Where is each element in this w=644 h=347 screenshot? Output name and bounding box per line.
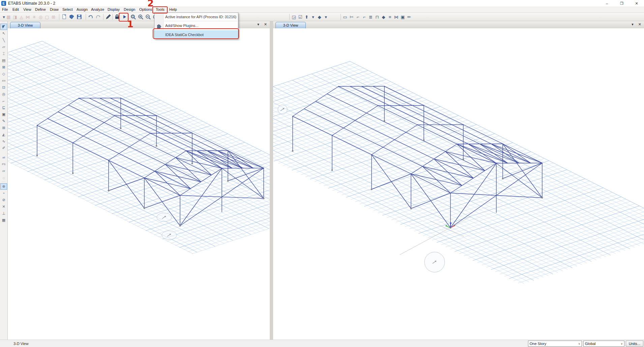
main-toolbar: ▾▦◨◬⋈✳◎▢⊞◲☑⬆▾◆▾▭✄⌐⌐≣⊓◆≡⋈▣✏: [0, 13, 644, 21]
draw-frame-tool[interactable]: ▱: [0, 44, 7, 50]
redo-icon[interactable]: [94, 13, 102, 21]
dropdown-arrow[interactable]: ▾: [310, 14, 316, 20]
units-button[interactable]: Units...: [626, 341, 643, 347]
left-view-panel: 3-D View ▾ ✕: [8, 21, 270, 340]
draw-pencil-tool[interactable]: ✐: [0, 145, 7, 151]
divide-icon[interactable]: ⊞: [50, 14, 57, 20]
edit-story-icon[interactable]: ◨: [12, 14, 18, 20]
draw-wall-tool[interactable]: ⌐: [0, 98, 7, 104]
draw-dimension-tool[interactable]: ◭: [0, 131, 7, 138]
flag-a-icon[interactable]: ⌐: [355, 14, 361, 20]
panel-splitter[interactable]: [270, 21, 273, 340]
menu-help[interactable]: Help: [169, 7, 177, 11]
draw-door-tool[interactable]: ✎: [0, 118, 7, 124]
collapse-panel-icon[interactable]: ▾: [257, 22, 259, 27]
minimize-button[interactable]: –: [599, 0, 614, 7]
dropdown-arrow[interactable]: ▾: [323, 14, 329, 20]
close-panel-icon[interactable]: ✕: [638, 22, 641, 27]
selected-panel-icon[interactable]: ▣: [400, 14, 406, 20]
save-model-icon[interactable]: [76, 13, 83, 21]
menu-edit[interactable]: Edit: [12, 7, 19, 11]
zoom-out-icon[interactable]: [144, 13, 152, 21]
quick-draw-area-tool[interactable]: ⊡: [0, 84, 7, 91]
quick-draw-column-tool[interactable]: ⌶: [0, 51, 7, 57]
joint-assign-icon[interactable]: ◆: [380, 14, 387, 20]
close-panel-icon[interactable]: ✕: [264, 22, 267, 27]
object-shrink-icon[interactable]: ⬆: [303, 14, 310, 20]
lasso-select-tool[interactable]: ◌: [0, 175, 7, 181]
menu-item-label: Active instance for API (Process ID: 312…: [165, 15, 236, 19]
menu-tools[interactable]: Tools: [156, 7, 165, 11]
menu-design[interactable]: Design: [124, 7, 135, 11]
menu-define[interactable]: Define: [35, 7, 46, 11]
undo-icon[interactable]: [87, 13, 94, 21]
quick-draw-brace-tool[interactable]: ⊠: [0, 64, 7, 70]
toolbar-grip[interactable]: ┄┄: [0, 181, 7, 183]
menu-item-active-instance[interactable]: Active instance for API (Process ID: 312…: [154, 13, 238, 21]
select-previous-tool[interactable]: PS: [0, 161, 7, 167]
snap-to-ends-tool[interactable]: ⊘: [0, 197, 7, 203]
tab-3d-view-left[interactable]: 3-D View: [10, 22, 40, 28]
edit-frame-icon[interactable]: ◬: [18, 14, 25, 20]
menu-assign[interactable]: Assign: [77, 7, 88, 11]
toolbar-grip[interactable]: ┄┄: [0, 21, 7, 23]
collapse-panel-icon[interactable]: ▾: [632, 22, 634, 27]
snap-to-grid-tool[interactable]: ▦: [0, 217, 7, 223]
maximize-button[interactable]: ❐: [614, 0, 629, 7]
right-3d-viewport[interactable]: [273, 28, 644, 340]
new-model-icon[interactable]: [61, 13, 68, 21]
clear-selection-tool[interactable]: clr: [0, 168, 7, 174]
zoom-in-icon[interactable]: [137, 13, 144, 21]
menu-select[interactable]: Select: [62, 7, 73, 11]
edit-grid-icon[interactable]: ▦: [5, 14, 12, 20]
draw-wall-icon[interactable]: ✏: [406, 14, 412, 20]
check-model-icon[interactable]: ☑: [297, 14, 303, 20]
snap-to-intersections-tool[interactable]: ✕: [0, 203, 7, 210]
toolbar-separator: [86, 14, 86, 20]
menu-item-add-show-plugins[interactable]: Add/Show Plugins...: [154, 22, 238, 29]
reshape-tool[interactable]: ↖: [0, 30, 7, 37]
pen-icon[interactable]: [105, 13, 112, 21]
close-button[interactable]: ✕: [629, 0, 644, 7]
draw-poly-area-tool[interactable]: ◇: [0, 71, 7, 77]
coordinate-system-selector[interactable]: Global∨: [583, 341, 624, 347]
menu-file[interactable]: File: [2, 7, 8, 11]
snap-to-perpendicular-tool[interactable]: ⊥: [0, 210, 7, 217]
snap-to-joints-tool[interactable]: ⊕: [0, 183, 7, 190]
draw-grid-tool[interactable]: ⊞: [0, 125, 7, 131]
draw-joint-tool[interactable]: ╲: [0, 37, 7, 43]
tab-3d-view-right[interactable]: 3-D View: [275, 22, 306, 28]
status-bar: 3-D View One Story∨ Global∨ Units...: [0, 340, 644, 347]
bridge-icon[interactable]: ⋈: [393, 14, 400, 20]
flag-b-icon[interactable]: ⌐: [361, 14, 368, 20]
menu-item-idea-statica-checkbot[interactable]: IDEA StatiCa Checkbot: [154, 30, 238, 39]
menu-draw[interactable]: Draw: [50, 7, 59, 11]
replicate-icon[interactable]: ◎: [37, 14, 44, 20]
draw-window-tool[interactable]: ▣: [0, 111, 7, 118]
draw-circle-tool[interactable]: ◎: [0, 91, 7, 97]
quick-draw-wall-tool[interactable]: ⊑: [0, 104, 7, 111]
story-elevation-icon[interactable]: ≣: [368, 14, 374, 20]
menu-display[interactable]: Display: [108, 7, 120, 11]
object-view-icon[interactable]: ◆: [316, 14, 323, 20]
set-display-options-icon[interactable]: ◲: [291, 14, 297, 20]
frame-section-icon[interactable]: ⊓: [374, 14, 380, 20]
select-pointer-tool[interactable]: [0, 24, 7, 30]
rubber-band-icon[interactable]: ▭: [342, 14, 348, 20]
story-selector[interactable]: One Story∨: [528, 341, 582, 347]
snip-icon[interactable]: ✄: [348, 14, 355, 20]
snap-to-midpoints-tool[interactable]: ∘: [0, 190, 7, 196]
uniform-load-icon[interactable]: ≡: [387, 14, 393, 20]
draw-rect-area-tool[interactable]: ▭: [0, 77, 7, 84]
open-file-icon[interactable]: [68, 13, 76, 21]
menu-analyze[interactable]: Analyze: [91, 7, 104, 11]
extrude-icon[interactable]: ▢: [44, 14, 50, 20]
menu-view[interactable]: View: [23, 7, 31, 11]
draw-spline-tool[interactable]: ∿: [0, 138, 7, 145]
select-all-tool[interactable]: all: [0, 154, 7, 161]
align-icon[interactable]: ✳: [31, 14, 37, 20]
quick-draw-beam-tool[interactable]: ▤: [0, 57, 7, 64]
toolbar-separator: [289, 14, 290, 20]
merge-joints-icon[interactable]: ⋈: [25, 14, 31, 20]
left-3d-viewport[interactable]: [8, 28, 270, 340]
